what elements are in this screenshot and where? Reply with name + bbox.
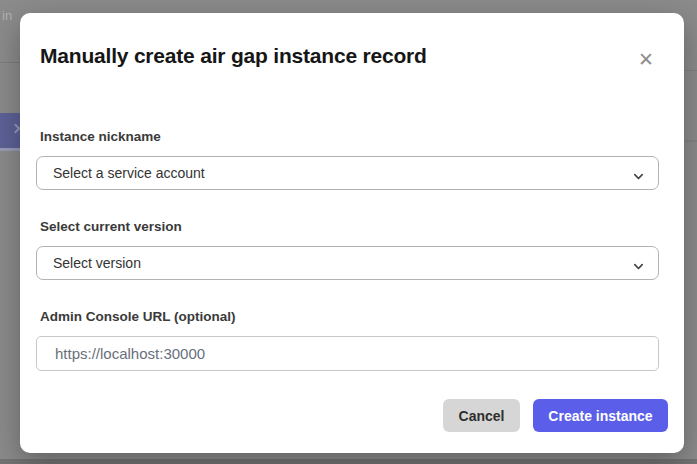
admin-console-url-input[interactable] [36,336,659,371]
chevron-down-icon [633,258,644,269]
version-select[interactable]: Select version [36,246,659,280]
background-chevron-icon [11,124,21,134]
background-clipped-text: in [2,8,12,23]
service-account-select[interactable]: Select a service account [36,156,659,190]
background-divider [684,70,697,71]
version-select-value: Select version [53,255,633,271]
chevron-down-icon [633,168,644,179]
background-divider [684,140,697,142]
service-account-select-value: Select a service account [53,165,633,181]
create-instance-button[interactable]: Create instance [533,399,668,432]
background-selected-row [0,113,22,148]
admin-console-url-label: Admin Console URL (optional) [36,309,668,324]
dialog-title: Manually create air gap instance record [36,42,668,69]
background-divider [0,62,21,63]
background-row-underline [0,148,22,151]
close-icon[interactable]: ✕ [634,47,658,71]
instance-nickname-label: Instance nickname [36,129,668,144]
create-airgap-instance-dialog: ✕ Manually create air gap instance recor… [20,13,684,453]
current-version-label: Select current version [36,219,668,234]
cancel-button[interactable]: Cancel [443,399,520,432]
dialog-actions: Cancel Create instance [36,399,668,432]
background-footer-strip [0,459,697,464]
